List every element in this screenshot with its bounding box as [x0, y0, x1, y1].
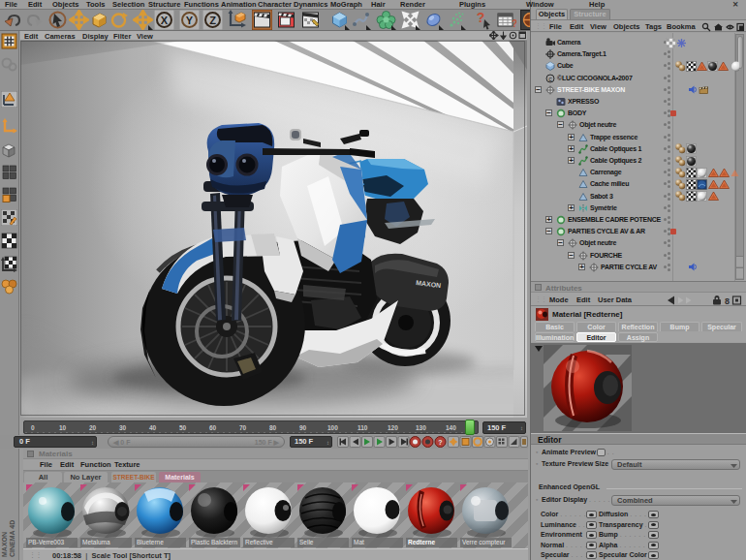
svg-text:10: 10 [59, 424, 67, 431]
svg-text:Mat: Mat [354, 539, 364, 545]
svg-text:PB-Verre003: PB-Verre003 [28, 539, 65, 545]
svg-text:110: 110 [357, 424, 368, 431]
svg-text:Blueterne: Blueterne [137, 539, 164, 545]
svg-text:?: ? [477, 10, 485, 25]
svg-text:Selle: Selle [299, 539, 314, 545]
svg-text:20: 20 [89, 424, 97, 431]
svg-text:Z: Z [209, 15, 216, 26]
svg-text:80: 80 [269, 424, 277, 431]
svg-text:30: 30 [119, 424, 127, 431]
svg-text:Y: Y [186, 15, 194, 26]
svg-text:X: X [161, 15, 169, 26]
svg-text:c: c [548, 75, 552, 81]
svg-text:Redterne: Redterne [408, 539, 436, 545]
svg-text:?: ? [512, 18, 516, 29]
svg-text:120: 120 [388, 424, 398, 431]
svg-text:8: 8 [725, 296, 730, 306]
svg-text:140: 140 [446, 424, 456, 431]
svg-text:40: 40 [149, 424, 157, 431]
svg-text:90: 90 [299, 424, 307, 431]
svg-text:?: ? [438, 439, 442, 446]
svg-text:60: 60 [209, 424, 217, 431]
svg-text:0: 0 [31, 424, 35, 431]
svg-text:100: 100 [327, 424, 338, 431]
svg-text:130: 130 [416, 424, 426, 431]
svg-text:Plastic Balcktern: Plastic Balcktern [191, 539, 237, 545]
svg-text:Verre compteur: Verre compteur [462, 539, 506, 546]
svg-text:70: 70 [239, 424, 247, 431]
svg-text:50: 50 [179, 424, 187, 431]
svg-text:Reflective: Reflective [245, 539, 273, 545]
svg-text:Metaluma: Metaluma [82, 539, 110, 545]
